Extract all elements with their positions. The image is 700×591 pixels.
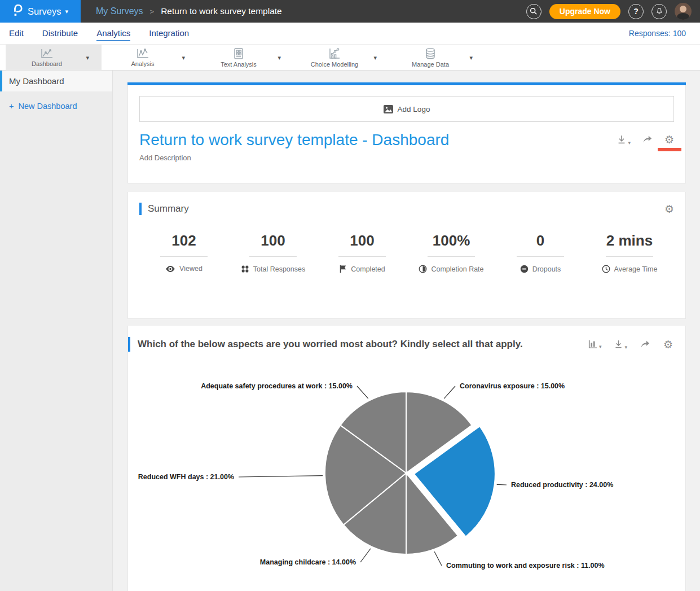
top-bar: Surveys ▾ My Surveys > Return to work su… [0, 0, 700, 23]
question-header: Which of the below aspects are you worri… [128, 337, 685, 352]
avatar-body [677, 13, 689, 20]
sidebar-item-my-dashboard[interactable]: My Dashboard [0, 71, 112, 91]
clock-icon [602, 265, 610, 273]
pie-label-line [444, 386, 455, 399]
help-button[interactable]: ? [628, 4, 644, 19]
breadcrumb-my-surveys[interactable]: My Surveys [96, 6, 143, 16]
pie-label: Coronavirus exposure : 15.00% [460, 382, 565, 390]
summary-card: Summary ⚙ 102 Viewed [127, 192, 686, 319]
brand-menu[interactable]: Surveys ▾ [0, 0, 81, 23]
gear-icon: ⚙ [664, 204, 674, 214]
eye-icon [165, 265, 175, 273]
download-chart-button[interactable]: ▾ [614, 339, 627, 350]
dashboard-main: Add Logo Return to work survey template … [113, 71, 700, 591]
question-actions: ▾ ▾ ⚙ [588, 339, 673, 350]
brand-logo-icon [12, 3, 23, 19]
stat-value: 102 [139, 232, 228, 249]
divider [606, 256, 653, 257]
download-icon [617, 134, 627, 146]
user-avatar[interactable] [675, 3, 692, 20]
new-dashboard-button[interactable]: + New Dashboard [0, 102, 112, 111]
toolbar-item-dashboard[interactable]: Dashboard ▾ [6, 45, 102, 70]
summary-header: Summary ⚙ [139, 203, 674, 215]
stat-total-responses: 100 Total Responses [228, 232, 318, 273]
search-button[interactable] [526, 4, 541, 19]
toolbar-item-choice-modelling[interactable]: Choice Modelling ▾ [293, 45, 389, 70]
chevron-down-icon[interactable]: ▾ [86, 54, 89, 61]
tab-distribute[interactable]: Distribute [42, 26, 78, 41]
stat-label: Completed [351, 265, 385, 273]
chevron-down-icon: ▾ [599, 344, 602, 349]
upgrade-now-button[interactable]: Upgrade Now [549, 4, 620, 19]
tab-edit[interactable]: Edit [9, 26, 24, 41]
download-dashboard-button[interactable]: ▾ [617, 134, 631, 146]
toolbar-item-analysis[interactable]: Analysis ▾ [102, 45, 197, 70]
divider [517, 256, 564, 257]
question-card: Which of the below aspects are you worri… [127, 326, 686, 591]
share-dashboard-button[interactable] [642, 134, 653, 145]
breadcrumb-current: Return to work survey template [161, 6, 282, 16]
section-accent-bar [139, 203, 142, 215]
share-chart-button[interactable] [640, 339, 651, 349]
toolbar-item-label: Analysis [131, 60, 155, 67]
notifications-button[interactable] [651, 4, 667, 19]
section-accent-bar [128, 337, 130, 352]
flag-icon [339, 265, 347, 273]
toolbar-item-text-analysis[interactable]: Text Analysis ▾ [197, 45, 293, 70]
workspace: My Dashboard + New Dashboard Add Logo Re… [0, 71, 700, 591]
chart-type-button[interactable]: ▾ [588, 339, 602, 349]
divider [249, 256, 297, 257]
scatter-chart-icon [328, 47, 341, 60]
page-title[interactable]: Return to work survey template - Dashboa… [139, 131, 617, 149]
add-logo-dropzone[interactable]: Add Logo [139, 96, 674, 122]
analytics-toolbar: Dashboard ▾ Analysis ▾ Text Analysis ▾ C… [0, 44, 700, 71]
stat-completed: 100 Completed [318, 232, 407, 273]
responses-count[interactable]: Responses: 100 [629, 29, 686, 38]
stat-value: 100 [318, 232, 407, 249]
survey-nav: Edit Distribute Analytics Integration Re… [0, 23, 700, 44]
dashboard-settings-button[interactable]: ⚙ [664, 134, 674, 145]
toolbar-item-label: Choice Modelling [311, 61, 358, 68]
pie-label-line [360, 549, 371, 562]
chevron-down-icon[interactable]: ▾ [373, 54, 377, 61]
pie-label: Commuting to work and exposure risk : 11… [446, 562, 605, 570]
add-logo-label: Add Logo [398, 105, 430, 113]
bar-chart-icon [588, 339, 598, 349]
new-dashboard-label: New Dashboard [18, 102, 77, 111]
divider [338, 256, 386, 257]
dashboard-sidebar: My Dashboard + New Dashboard [0, 71, 113, 591]
plus-icon: + [9, 102, 14, 111]
share-arrow-icon [640, 339, 651, 349]
chevron-down-icon[interactable]: ▾ [278, 54, 281, 61]
pie-label: Managing childcare : 14.00% [260, 558, 356, 566]
download-icon [614, 339, 623, 350]
stat-dropouts: 0 Dropouts [496, 232, 585, 273]
image-icon [384, 105, 393, 113]
toolbar-item-label: Text Analysis [221, 61, 257, 68]
share-arrow-icon [642, 134, 653, 145]
add-description-field[interactable]: Add Description [139, 154, 674, 162]
avatar-head [680, 6, 686, 12]
stat-label: Completion Rate [431, 265, 483, 273]
pie-label: Reduced WFH days : 21.00% [138, 473, 234, 481]
stat-value: 100 [228, 232, 318, 249]
stat-value: 100% [407, 232, 496, 249]
chevron-down-icon[interactable]: ▾ [469, 54, 473, 61]
gear-icon: ⚙ [663, 339, 673, 350]
tab-integration[interactable]: Integration [149, 26, 189, 41]
stat-label: Viewed [179, 265, 202, 273]
chevron-down-icon[interactable]: ▾ [182, 54, 185, 61]
pie-chart[interactable]: Coronavirus exposure : 15.00%Reduced pro… [128, 365, 685, 591]
stat-viewed: 102 Viewed [139, 232, 228, 273]
minus-circle-icon [520, 265, 529, 273]
toolbar-item-manage-data[interactable]: Manage Data ▾ [389, 45, 485, 70]
summary-settings-button[interactable]: ⚙ [664, 204, 674, 214]
pie-label: Reduced productivity : 24.00% [511, 481, 613, 489]
dashboard-header-card: Add Logo Return to work survey template … [127, 85, 686, 183]
chevron-down-icon: ▾ [628, 140, 631, 146]
chart-settings-button[interactable]: ⚙ [663, 339, 673, 350]
pie-label-line [239, 476, 323, 477]
tab-analytics[interactable]: Analytics [96, 26, 130, 41]
summary-title: Summary [148, 203, 664, 214]
title-row: Return to work survey template - Dashboa… [139, 131, 674, 149]
